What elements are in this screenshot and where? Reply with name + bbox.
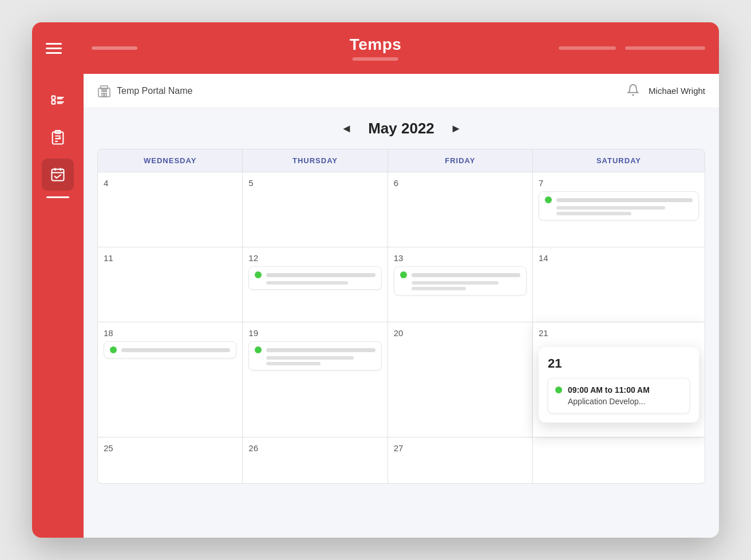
- sidebar: [32, 74, 84, 538]
- user-name: Michael Wright: [649, 86, 705, 96]
- event-title-pill: [266, 348, 375, 352]
- notification-bell[interactable]: [627, 84, 639, 98]
- cal-event[interactable]: [104, 341, 236, 358]
- cal-date: 14: [539, 253, 699, 263]
- sidebar-item-schedule[interactable]: [42, 159, 74, 191]
- event-status-dot: [110, 346, 117, 353]
- top-bar-underline: [353, 57, 398, 61]
- event-title-pill: [556, 198, 693, 202]
- prev-month-button[interactable]: ◄: [336, 120, 357, 137]
- cal-cell-19[interactable]: 19: [243, 322, 387, 437]
- cal-cell-5[interactable]: 5: [243, 172, 387, 247]
- cal-cell-4[interactable]: 4: [98, 172, 242, 247]
- top-bar-left-pill: [92, 46, 137, 50]
- top-bar-right: [559, 46, 705, 50]
- event-details: [400, 281, 520, 290]
- list-icon: [50, 93, 66, 109]
- cal-cell-25[interactable]: 25: [98, 437, 242, 483]
- tooltip-date: 21: [548, 356, 690, 371]
- top-bar: Temps: [32, 22, 719, 74]
- cal-date: 6: [394, 178, 527, 188]
- cal-event[interactable]: [539, 191, 699, 220]
- cal-cell-26[interactable]: 26: [243, 437, 387, 483]
- svg-rect-0: [52, 96, 56, 100]
- task-icon: [50, 130, 66, 146]
- event-details: [255, 281, 375, 285]
- tooltip-event[interactable]: 09:00 AM to 11:00 AM Application Develop…: [548, 378, 690, 413]
- col-header-saturday: SATURDAY: [533, 149, 705, 172]
- cal-cell-6[interactable]: 6: [388, 172, 532, 247]
- calendar-nav: ◄ May 2022 ►: [97, 120, 705, 137]
- cal-cell-13[interactable]: 13: [388, 247, 532, 322]
- cal-event[interactable]: [248, 266, 381, 290]
- event-detail-pill2: [556, 212, 631, 215]
- event-title-pill: [266, 273, 375, 277]
- cal-date: 18: [104, 328, 236, 338]
- svg-rect-23: [105, 93, 106, 97]
- cal-date: 4: [104, 178, 236, 188]
- bell-icon: [627, 84, 639, 96]
- event-status-dot: [400, 271, 407, 278]
- svg-rect-20: [102, 90, 104, 92]
- event-status-dot: [545, 196, 552, 203]
- cal-event[interactable]: [248, 341, 381, 370]
- event-tooltip: 21 09:00 AM to 11:00 AM Application Deve…: [539, 347, 699, 423]
- cal-date: 25: [104, 443, 236, 453]
- portal-name: Temp Portal Name: [117, 86, 193, 96]
- cal-date: 20: [394, 328, 527, 338]
- top-bar-pill1: [559, 46, 616, 50]
- cal-date: 21: [539, 328, 699, 338]
- sidebar-item-list[interactable]: [42, 85, 74, 117]
- cal-date: 5: [248, 178, 381, 188]
- cal-cell-12[interactable]: 12: [243, 247, 387, 322]
- event-details: [255, 356, 375, 365]
- svg-rect-1: [52, 101, 56, 104]
- event-details: [545, 206, 693, 215]
- top-bar-pill2: [625, 46, 705, 50]
- month-label: May 2022: [368, 120, 434, 137]
- hamburger-button[interactable]: [46, 37, 69, 60]
- cal-date: 26: [248, 443, 381, 453]
- top-bar-title-area: Temps: [350, 36, 402, 61]
- cal-cell-11[interactable]: 11: [98, 247, 242, 322]
- event-detail-pill1: [266, 356, 353, 360]
- content-area: Temp Portal Name Michael Wright ◄: [84, 74, 719, 538]
- svg-rect-14: [52, 169, 64, 181]
- cal-cell-20[interactable]: 20: [388, 322, 532, 437]
- sidebar-item-task[interactable]: [42, 122, 74, 154]
- calendar-wrapper: ◄ May 2022 ► WEDNESDAY THURSDAY FRIDAY S…: [84, 108, 719, 538]
- cal-date: 11: [104, 253, 236, 263]
- event-title-pill: [121, 348, 230, 352]
- cal-cell-7[interactable]: 7: [533, 172, 705, 247]
- svg-rect-22: [102, 93, 104, 97]
- cal-cell-14[interactable]: 14: [533, 247, 705, 322]
- svg-rect-21: [105, 90, 106, 92]
- cal-date: 12: [248, 253, 381, 263]
- tooltip-title: Application Develop...: [568, 397, 650, 406]
- event-detail-pill1: [556, 206, 665, 210]
- cal-cell-27[interactable]: 27: [388, 437, 532, 483]
- tooltip-time: 09:00 AM to 11:00 AM: [568, 385, 650, 395]
- col-header-friday: FRIDAY: [388, 149, 532, 172]
- cal-cell-empty[interactable]: [533, 437, 705, 483]
- building-icon: [97, 84, 111, 98]
- portal-header: Temp Portal Name Michael Wright: [84, 74, 719, 108]
- main-area: Temp Portal Name Michael Wright ◄: [32, 74, 719, 538]
- event-status-dot: [555, 387, 562, 393]
- calendar-grid: WEDNESDAY THURSDAY FRIDAY SATURDAY 4 5 6: [97, 149, 705, 484]
- cal-event[interactable]: [394, 266, 527, 295]
- cal-date: 27: [394, 443, 527, 453]
- col-header-wednesday: WEDNESDAY: [98, 149, 242, 172]
- svg-rect-18: [98, 88, 110, 97]
- event-status-dot: [255, 346, 262, 353]
- next-month-button[interactable]: ►: [446, 120, 467, 137]
- cal-date: 13: [394, 253, 527, 263]
- event-detail-pill1: [266, 281, 348, 285]
- event-detail-pill2: [412, 287, 466, 290]
- calendar-container: WEDNESDAY THURSDAY FRIDAY SATURDAY 4 5 6: [97, 149, 705, 484]
- cal-cell-21[interactable]: 21 21 09:00 AM to 11:00 AM Application D…: [533, 322, 705, 437]
- cal-cell-18[interactable]: 18: [98, 322, 242, 437]
- cal-date: 7: [539, 178, 699, 188]
- event-status-dot: [255, 271, 262, 278]
- portal-logo-area: Temp Portal Name: [97, 84, 193, 98]
